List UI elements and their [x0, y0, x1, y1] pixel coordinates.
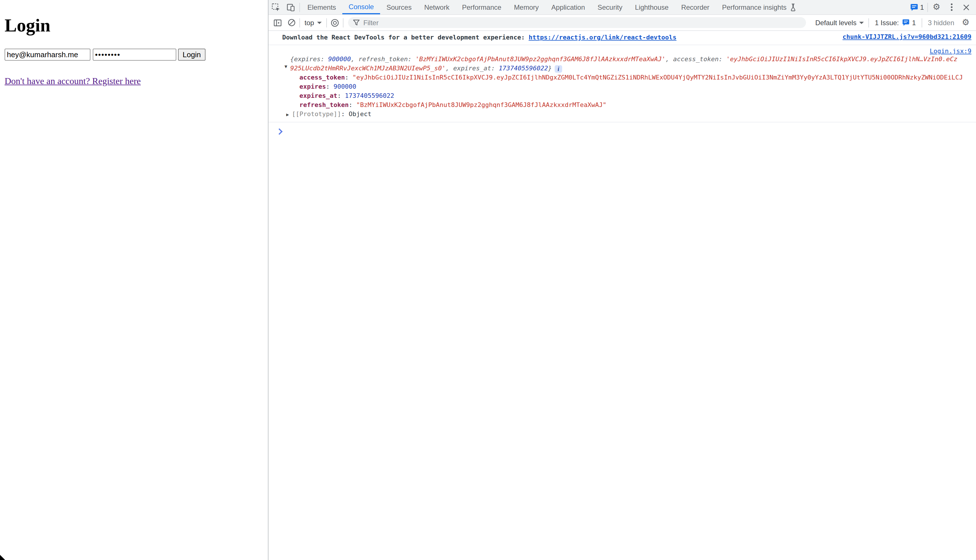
issues-label: 1 Issue: — [875, 18, 899, 27]
tab-performance[interactable]: Performance — [456, 0, 508, 14]
object-preview-line2: 925LUcdb2tHmRRvJexcWCh1MJzAB3N2UIewP5_s0… — [290, 64, 971, 73]
tab-elements[interactable]: Elements — [301, 0, 342, 14]
info-message-text: Download the React DevTools for a better… — [282, 34, 529, 41]
separator — [299, 3, 300, 12]
separator — [868, 18, 869, 27]
expand-triangle-icon[interactable]: ▼ — [284, 64, 287, 69]
login-form: Login — [5, 48, 263, 61]
console-info-message: chunk-VIJJTZRL.js?v=960bd321:21609 Downl… — [269, 31, 976, 45]
separator — [922, 18, 922, 27]
console-log-message: Login.jsx:9 ▼ {expires: 900000, refresh_… — [269, 45, 976, 122]
separator — [326, 18, 327, 27]
messages-count: 1 — [920, 3, 924, 11]
context-label: top — [304, 18, 314, 27]
console-sidebar-toggle-icon[interactable] — [271, 18, 284, 27]
separator — [928, 3, 928, 12]
tab-sources[interactable]: Sources — [380, 0, 418, 14]
filter-placeholder: Filter — [363, 18, 378, 27]
login-page: Login Login Don't have an account? Regis… — [0, 0, 267, 560]
clear-console-icon[interactable] — [284, 18, 298, 27]
issues-button[interactable]: 1 Issue: 1 — [870, 18, 920, 27]
object-tree: {expires: 900000, refresh_token: 'BzMYiI… — [290, 55, 971, 120]
screen: Login Login Don't have an account? Regis… — [0, 0, 976, 560]
console-settings-gear-icon[interactable]: ⚙ — [959, 18, 973, 27]
issues-count: 1 — [912, 18, 916, 27]
console-toolbar: top Filter Default levels — [269, 15, 976, 31]
object-preview-line1: {expires: 900000, refresh_token: 'BzMYiI… — [290, 55, 971, 64]
prompt-chevron-icon — [276, 128, 283, 135]
settings-gear-icon[interactable]: ⚙ — [929, 3, 944, 12]
info-badge-icon[interactable]: i — [555, 65, 562, 73]
separator — [299, 18, 300, 27]
password-field[interactable] — [93, 48, 176, 61]
prototype-row: ▶[[Prototype]]: Object — [286, 110, 971, 120]
filter-input[interactable]: Filter — [348, 17, 806, 28]
separator — [343, 18, 343, 27]
tab-network[interactable]: Network — [418, 0, 456, 14]
tab-lighthouse[interactable]: Lighthouse — [628, 0, 675, 14]
flask-icon — [789, 3, 797, 11]
inspect-element-icon[interactable] — [269, 0, 283, 14]
tab-recorder[interactable]: Recorder — [675, 0, 716, 14]
tab-security[interactable]: Security — [591, 0, 629, 14]
execution-context-selector[interactable]: top — [301, 18, 325, 27]
property-expires: expires: 900000 — [299, 82, 971, 92]
devtools-tabbar: Elements Console Sources Network Perform… — [269, 0, 976, 15]
login-button[interactable]: Login — [178, 48, 206, 61]
more-options-icon[interactable] — [944, 3, 959, 12]
live-expression-eye-icon[interactable] — [328, 18, 341, 27]
email-field[interactable] — [5, 48, 90, 61]
console-messages: chunk-VIJJTZRL.js?v=960bd321:21609 Downl… — [269, 31, 976, 137]
chevron-down-icon — [859, 22, 864, 24]
source-link[interactable]: Login.jsx:9 — [930, 47, 971, 55]
object-properties: access_token: "eyJhbGciOiJIUzI1NiIsInR5c… — [299, 73, 971, 110]
tab-console[interactable]: Console — [342, 0, 380, 14]
levels-label: Default levels — [815, 18, 856, 27]
issues-bubble-icon — [902, 19, 910, 26]
funnel-icon — [352, 19, 360, 26]
register-link[interactable]: Don't have an account? Register here — [5, 76, 141, 86]
property-access-token: access_token: "eyJhbGciOiJIUzI1NiIsInR5c… — [299, 73, 971, 82]
tabbar-right-controls: 1 ⚙ — [911, 0, 976, 14]
hidden-messages-label: 3 hidden — [923, 18, 959, 27]
source-link[interactable]: chunk-VIJJTZRL.js?v=960bd321:21609 — [842, 33, 971, 41]
messages-bubble-icon[interactable] — [911, 3, 919, 11]
mouse-cursor — [0, 555, 5, 560]
page-title: Login — [5, 15, 263, 36]
devtools-panel: Elements Console Sources Network Perform… — [268, 0, 976, 560]
react-devtools-link[interactable]: https://reactjs.org/link/react-devtools — [529, 34, 677, 41]
tab-performance-insights[interactable]: Performance insights — [716, 0, 803, 14]
tab-application[interactable]: Application — [545, 0, 591, 14]
tab-memory[interactable]: Memory — [508, 0, 545, 14]
property-expires-at: expires_at: 1737405596022 — [299, 92, 971, 101]
device-toolbar-icon[interactable] — [283, 0, 298, 14]
tab-performance-insights-label: Performance insights — [722, 3, 787, 11]
chevron-down-icon — [317, 22, 321, 24]
property-refresh-token: refresh_token: "BzMYiIWUxK2cbgofAjPbAnut… — [299, 101, 971, 110]
close-icon[interactable] — [959, 4, 974, 11]
log-levels-selector[interactable]: Default levels — [812, 18, 867, 27]
expand-right-triangle-icon[interactable]: ▶ — [286, 112, 289, 117]
console-prompt[interactable] — [269, 122, 976, 137]
